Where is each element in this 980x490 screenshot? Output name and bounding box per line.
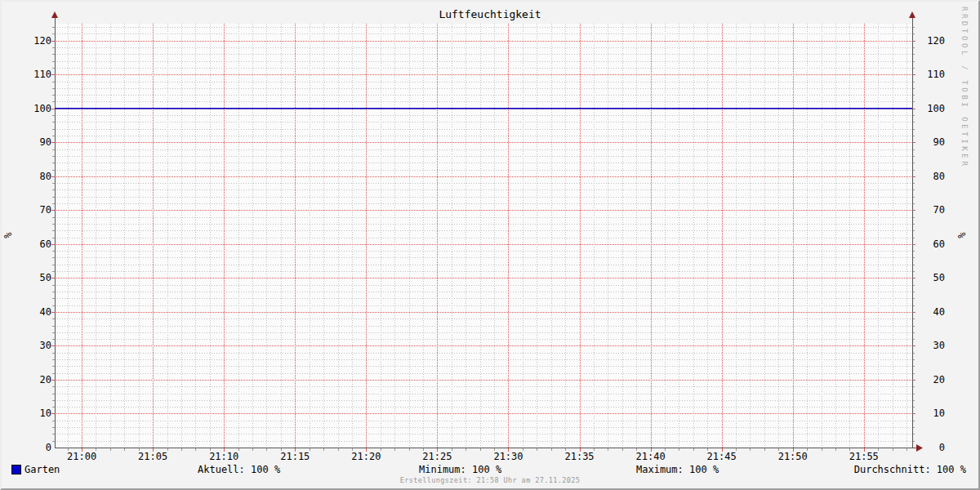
y-tick-label-left: 100	[33, 103, 51, 114]
y-tick-label-left: 30	[40, 340, 51, 351]
y-tick-label-left: 50	[40, 272, 51, 283]
legend-series-label: Garten	[24, 464, 60, 475]
stat-minimum: Minimum: 100 %	[419, 464, 501, 475]
x-tick-label: 21:35	[564, 451, 594, 462]
x-axis-arrow	[916, 444, 923, 452]
y-tick-label-right: 0	[939, 442, 945, 453]
x-tick-label: 21:45	[707, 451, 737, 462]
y-tick-label-right: 90	[933, 136, 945, 148]
y-tick-label-left: 0	[46, 442, 51, 453]
y-tick-label-left: 80	[40, 171, 51, 182]
y-tick-label-right: 60	[933, 238, 945, 250]
y-tick-label-right: 80	[933, 171, 945, 182]
y-tick-label-right: 10	[933, 408, 945, 419]
rrdtool-watermark: RRDTOOL / TOBI OETIKER	[960, 7, 969, 168]
x-tick-label: 21:50	[778, 451, 808, 462]
y-tick-label-left: 10	[40, 408, 51, 419]
y-tick-label-right: 70	[933, 204, 945, 216]
y-tick-label-left: 120	[33, 35, 51, 47]
y-tick-label-left: 110	[33, 69, 51, 80]
x-tick-label: 21:00	[67, 451, 96, 462]
y-tick-label-right: 50	[933, 272, 945, 283]
stat-durchschnitt: Durchschnitt: 100 %	[854, 464, 966, 475]
creation-timestamp: Erstellungszeit: 21:58 Uhr am 27.11.2025	[0, 476, 980, 484]
y-tick-label-left: 60	[40, 238, 51, 250]
y-tick-label-right: 40	[933, 306, 945, 318]
x-tick-label: 21:10	[209, 451, 238, 462]
x-tick-label: 21:25	[422, 451, 452, 462]
stat-aktuell: Aktuell: 100 %	[198, 464, 280, 475]
x-tick-label: 21:15	[280, 451, 310, 462]
y-tick-label-right: 110	[927, 69, 945, 80]
stat-maximum: Maximum: 100 %	[636, 464, 719, 475]
y-tick-label-right: 100	[927, 103, 945, 114]
y-tick-label-right: 20	[933, 374, 945, 385]
y-tick-label-left: 20	[40, 374, 51, 385]
x-tick-label: 21:40	[636, 451, 666, 462]
chart-title: Luftfeuchtigkeit	[0, 8, 980, 20]
chart-canvas	[55, 24, 912, 448]
x-tick-label: 21:55	[849, 451, 879, 462]
y-axis-label-left: %	[2, 229, 14, 242]
y-tick-label-left: 90	[40, 136, 51, 148]
y-tick-label-left: 40	[40, 306, 51, 318]
y-axis-label-right: %	[956, 229, 968, 242]
x-tick-label: 21:05	[138, 451, 167, 462]
rrdtool-graph-window: { "title": "Luftfeuchtigkeit", "watermar…	[0, 0, 980, 490]
y-tick-label-right: 120	[927, 35, 945, 47]
y-tick-label-left: 70	[40, 204, 51, 216]
chart-plot-area: 0010102020303040405050606070708080909010…	[0, 0, 980, 490]
x-tick-label: 21:20	[351, 451, 381, 462]
legend-color-swatch	[11, 465, 21, 474]
x-tick-label: 21:30	[493, 451, 523, 462]
y-tick-label-right: 30	[933, 340, 945, 351]
